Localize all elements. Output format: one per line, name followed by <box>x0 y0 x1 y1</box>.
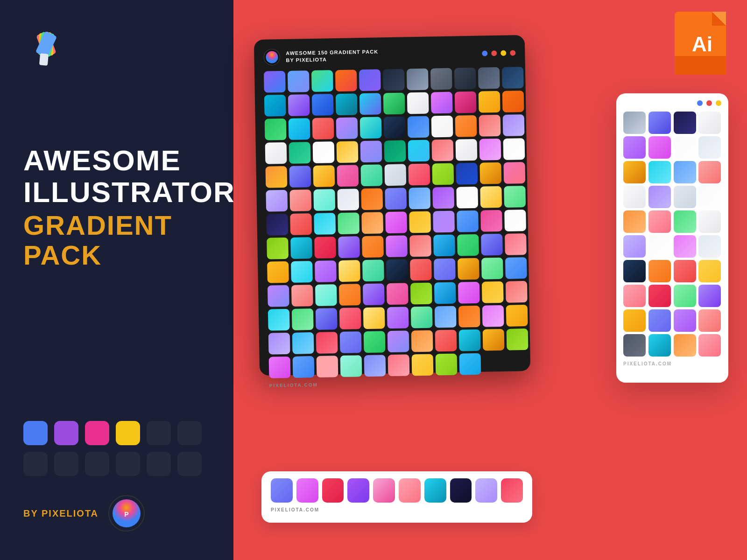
white-gradient-cell <box>674 260 696 282</box>
gradient-cell <box>264 71 286 93</box>
white-gradient-cell <box>623 186 646 208</box>
gradient-cell <box>385 211 407 233</box>
right-panel: Ai PIXELIOTA.COM <box>233 0 747 560</box>
gradient-cell <box>410 283 432 305</box>
gradient-cell <box>315 260 337 282</box>
gradient-cell <box>430 68 452 90</box>
white-gradient-cell <box>623 285 646 307</box>
white-gradient-cell <box>674 210 696 233</box>
left-swatch <box>147 452 171 476</box>
logo-area <box>23 28 210 70</box>
gradient-cell <box>363 307 385 329</box>
gradient-cell <box>407 92 429 114</box>
white-gradient-cell <box>698 260 721 282</box>
gradient-cell <box>289 166 311 188</box>
gradient-cell <box>313 165 335 187</box>
ai-file-icon: Ai <box>668 9 738 79</box>
white-gradient-cell <box>698 136 721 159</box>
gradient-cell <box>457 234 479 256</box>
gradient-cell <box>481 234 503 256</box>
white-gradient-cell <box>674 334 696 357</box>
gradient-cell <box>290 213 312 235</box>
gradient-cell <box>435 306 457 328</box>
gradient-cell <box>433 235 455 257</box>
white-gradient-cell <box>648 309 671 332</box>
gradient-cell <box>458 306 480 328</box>
left-swatch <box>177 452 202 476</box>
gradient-cell <box>479 91 500 113</box>
gradient-cell <box>292 332 314 354</box>
pixeliota-logo-bottom: P <box>108 495 145 532</box>
white-gradient-cell <box>698 334 721 357</box>
gradient-cell <box>479 139 501 161</box>
left-swatch <box>116 421 140 445</box>
gradient-cell <box>384 140 406 162</box>
gradient-cell <box>387 283 409 305</box>
dot-blue <box>697 100 703 106</box>
gradient-cell <box>266 214 288 236</box>
gradient-cell <box>383 92 405 114</box>
gradient-cell <box>335 70 357 91</box>
gradient-cell <box>457 210 479 232</box>
gradient-cell <box>409 188 430 210</box>
gradient-cell <box>409 235 431 257</box>
gradient-cell <box>407 69 429 91</box>
svg-rect-4 <box>39 53 49 65</box>
gradient-cell <box>340 331 362 353</box>
gradient-cell <box>289 118 310 140</box>
gradient-cell <box>337 141 359 163</box>
gradient-cell <box>289 142 311 164</box>
gradient-cell <box>456 163 478 185</box>
gradient-cell <box>388 354 410 376</box>
white-gradient-cell <box>648 136 671 159</box>
gradient-cell <box>362 259 384 281</box>
dot2 <box>491 50 497 56</box>
gradient-cell <box>336 93 358 115</box>
gradient-cell <box>359 69 381 91</box>
left-swatch <box>23 421 48 445</box>
white-gradient-cell <box>674 136 696 159</box>
left-swatch <box>23 452 48 476</box>
bottom-cell <box>501 478 523 503</box>
gradient-cell <box>385 188 407 210</box>
gradient-cell <box>503 114 525 136</box>
gradient-cell <box>384 164 406 186</box>
gradient-cell <box>292 308 314 330</box>
gradient-cell <box>455 115 477 137</box>
left-swatch <box>116 452 140 476</box>
gradient-cell <box>340 355 362 377</box>
bottom-cell <box>373 478 395 503</box>
white-gradient-cell <box>674 309 696 332</box>
white-gradient-cell <box>623 309 646 332</box>
gradient-cell <box>339 284 361 306</box>
gradient-cell <box>265 142 287 164</box>
gradient-cell <box>502 91 524 112</box>
white-gradient-cell <box>623 235 646 258</box>
dark-panel-footer: PIXELIOTA.COM <box>269 378 521 388</box>
gradient-cell <box>433 211 455 233</box>
gradient-cell <box>311 70 333 92</box>
svg-text:P: P <box>124 511 128 518</box>
white-gradient-cell <box>648 334 671 357</box>
gradient-cell <box>268 333 290 355</box>
gradient-cell <box>386 259 408 281</box>
white-gradient-cell <box>648 210 671 233</box>
gradient-cell <box>265 119 287 140</box>
title-line2: ILLUSTRATOR <box>23 176 210 208</box>
gradient-cell <box>313 141 335 163</box>
white-gradient-cell <box>698 309 721 332</box>
gradient-cell <box>360 140 382 162</box>
bottom-panel: PIXELIOTA.COM <box>261 471 532 523</box>
gradient-cell <box>288 70 310 92</box>
gradient-cell <box>458 282 480 304</box>
by-label: BY PIXELIOTA P <box>23 476 210 532</box>
gradient-cell <box>291 285 313 307</box>
svg-rect-13 <box>675 70 726 75</box>
left-swatch <box>177 421 202 445</box>
white-gradient-cell <box>674 112 696 134</box>
title-gradient-pack: GRADIENT PACK <box>23 210 210 270</box>
gradient-cell <box>388 330 409 352</box>
bottom-cell <box>424 478 446 503</box>
white-gradient-cell <box>648 186 671 208</box>
gradient-cell <box>436 354 458 376</box>
